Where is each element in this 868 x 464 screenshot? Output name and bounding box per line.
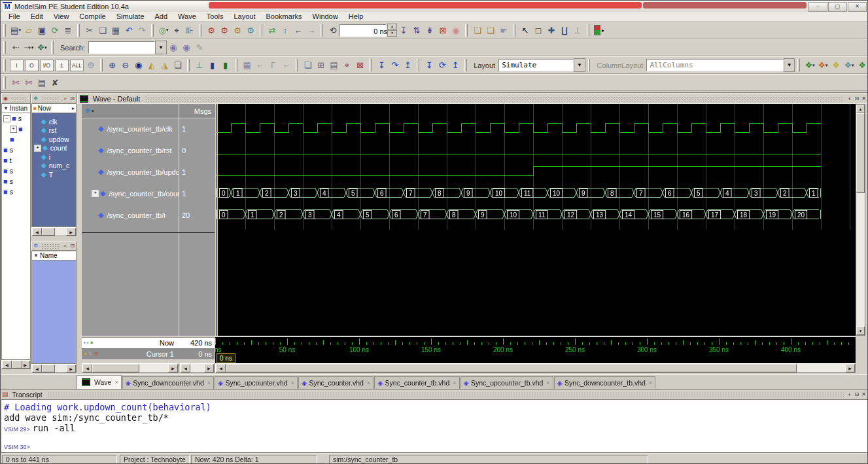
scroll-right-arrow[interactable]: ▶ <box>66 365 76 372</box>
find-button[interactable]: ⌖ <box>170 24 183 37</box>
forward-button[interactable]: → <box>305 24 318 37</box>
back-button[interactable]: ← <box>292 24 305 37</box>
objects-signal-row[interactable]: +◆count <box>32 144 76 153</box>
pan-mode-button[interactable]: ✚ <box>545 24 558 37</box>
wave-hscrollbar[interactable]: ◀▶ <box>215 363 856 373</box>
wave-signal-name-row[interactable]: ◆/sync_counter_tb/rst <box>82 139 179 161</box>
objects-signal-row[interactable]: ◆num_c <box>32 162 76 171</box>
move-down-button[interactable]: ↧ <box>375 58 388 72</box>
break-button[interactable]: ⊠ <box>436 24 449 37</box>
tree-expander-icon[interactable]: + <box>10 126 17 133</box>
menu-edit[interactable]: Edit <box>26 12 48 20</box>
instance-tree-item[interactable]: −■s <box>2 113 30 124</box>
compile-selected-button[interactable]: ⚙ <box>231 24 244 37</box>
values-hscrollbar[interactable]: ◀▶ <box>180 363 215 373</box>
wave-dock-plus-icon[interactable]: ＋ <box>847 96 852 101</box>
columnlayout-dropdown-button[interactable]: ▼ <box>784 58 795 72</box>
open-file-button[interactable]: ▱ <box>22 24 35 37</box>
toolbar-group-handle[interactable] <box>417 59 419 71</box>
cursor-mode-button[interactable]: ∐ <box>558 24 571 37</box>
tab-close-icon[interactable]: × <box>546 380 549 386</box>
name-panel-body[interactable] <box>31 260 77 364</box>
wave-vscrollbar[interactable]: ▲ ▼ <box>856 104 865 336</box>
scroll-down-arrow[interactable]: ▼ <box>856 327 865 335</box>
cycle-button[interactable]: ⟳ <box>436 58 449 72</box>
instance-tree-hscrollbar[interactable]: ◀▶ <box>1 360 31 369</box>
menu-compile[interactable]: Compile <box>74 12 111 20</box>
compile-options-button[interactable]: ◎▾ <box>157 24 170 37</box>
force-0-button[interactable]: O <box>25 60 39 71</box>
run-button[interactable]: ↧ <box>397 24 410 37</box>
instance-tree-item[interactable]: ■s <box>2 176 30 187</box>
toolbar-group-handle[interactable] <box>151 24 154 37</box>
move-up-button[interactable]: ↥ <box>401 58 414 72</box>
objects-hscrollbar[interactable]: ◀▶ <box>31 227 77 236</box>
toolbar-group-handle[interactable] <box>199 24 201 37</box>
wave-canvas[interactable] <box>217 104 856 336</box>
instance-column-header[interactable]: ▼ Instan <box>1 103 31 113</box>
zoom-out-on-cursor-button[interactable]: ◮ <box>158 58 171 72</box>
scroll-left-arrow[interactable]: ◀ <box>2 361 12 368</box>
cut-right-button[interactable]: ✄ <box>22 76 35 90</box>
wave-close-icon[interactable]: ✕ <box>861 96 866 101</box>
zoom-in-on-cursor-button[interactable]: ◭ <box>145 58 158 72</box>
show-drivers-button[interactable]: ⊥ <box>193 58 206 72</box>
layout-combo[interactable]: Simulate <box>498 59 574 71</box>
scroll-left-arrow[interactable]: ◀ <box>216 364 226 372</box>
wave-select-icon[interactable]: ❖ <box>84 107 91 115</box>
wave-signal-name-row[interactable]: ◆/sync_counter_tb/i <box>82 204 179 226</box>
toolbar-group-handle[interactable] <box>797 59 800 71</box>
filter-instance-button[interactable]: ❖▾ <box>816 58 829 72</box>
toolbar-group-handle[interactable] <box>513 24 515 37</box>
objects-expander-icon[interactable]: + <box>34 145 41 152</box>
paste-region-button[interactable]: ▤ <box>35 76 48 90</box>
collapse-net-button[interactable]: ❖ <box>856 58 868 72</box>
wrench-button[interactable]: ⚙ <box>84 58 97 72</box>
force-value-button[interactable]: 1 <box>55 60 69 71</box>
rising-edge-button[interactable]: ⌐ <box>280 58 293 72</box>
save-button[interactable]: ▣ <box>35 24 48 37</box>
edit-mode-button[interactable]: ⊥ <box>571 24 584 37</box>
run-all-button[interactable]: ⇟ <box>423 24 436 37</box>
break-status-light[interactable]: ▸ <box>593 24 606 37</box>
name-panel-grip[interactable]: ⚙ ＋⊡ <box>31 241 77 251</box>
insert-signal-button[interactable]: ▮ <box>219 58 232 72</box>
wave-signal-name-row[interactable]: ◆/sync_counter_tb/clk <box>82 118 179 139</box>
tab-close-icon[interactable]: × <box>114 379 118 385</box>
stop-button[interactable]: ◉ <box>449 24 462 37</box>
search-input[interactable] <box>89 43 157 55</box>
toolbar-group-handle[interactable] <box>3 59 6 71</box>
search-dropdown-button[interactable]: ▼ <box>155 41 167 54</box>
scroll-left-arrow[interactable]: ◀ <box>82 364 92 372</box>
cut-left-button[interactable]: ✄ <box>9 76 22 90</box>
run-continue-button[interactable]: ⇅ <box>410 24 423 37</box>
instance-tree-item[interactable]: ■s <box>2 187 30 197</box>
environment-button[interactable]: ⇄ <box>266 24 279 37</box>
undo-button[interactable]: ↶ <box>122 24 135 37</box>
objects-signal-row[interactable]: ◆clk <box>32 117 76 126</box>
zoom-range-button[interactable]: ❏ <box>171 58 184 72</box>
instance-tree-item[interactable]: ■t <box>2 155 30 166</box>
tab-sync-downcounter-tb-vhd[interactable]: ◈Sync_downcounter_tb.vhd× <box>554 376 655 389</box>
menu-tools[interactable]: Tools <box>201 12 229 20</box>
wave-signal-name-row[interactable]: ◆/sync_counter_tb/updown <box>82 161 179 183</box>
toolbar-group-handle[interactable] <box>187 59 190 71</box>
menu-bookmarks[interactable]: Bookmarks <box>261 12 307 20</box>
cut-button[interactable]: ✂ <box>83 24 96 37</box>
tab-sync-counter-tb-vhd[interactable]: ◈Sync_counter_tb.vhd× <box>374 376 459 389</box>
move-to-top-button[interactable]: ↥ <box>449 58 462 72</box>
zoom-mode-button[interactable]: ◻ <box>532 24 545 37</box>
scroll-up-arrow[interactable]: ▲ <box>856 105 865 113</box>
cursor-row[interactable]: ●✎⊖ Cursor 1 0 ns <box>82 348 215 359</box>
objects-panel-grip[interactable]: ❖ ＋⊡ <box>31 94 77 103</box>
transcript-undock-icon[interactable]: ⊡ <box>855 392 859 397</box>
wave-undock-icon[interactable]: ⊡ <box>855 96 859 101</box>
wave-names-column[interactable]: ❖ ▾ ◆/sync_counter_tb/clk◆/sync_counter_… <box>82 104 179 336</box>
goto-button[interactable]: ❖▾ <box>35 41 48 54</box>
tab-wave[interactable]: Wave× <box>77 375 122 389</box>
toolbar-group-handle[interactable] <box>587 24 589 37</box>
toolbar-group-handle[interactable] <box>588 59 591 71</box>
collapse-left-button[interactable]: ⇠ <box>9 41 22 54</box>
restart-button[interactable]: ⟲ <box>326 24 339 37</box>
layout-dropdown-button[interactable]: ▼ <box>574 58 585 72</box>
